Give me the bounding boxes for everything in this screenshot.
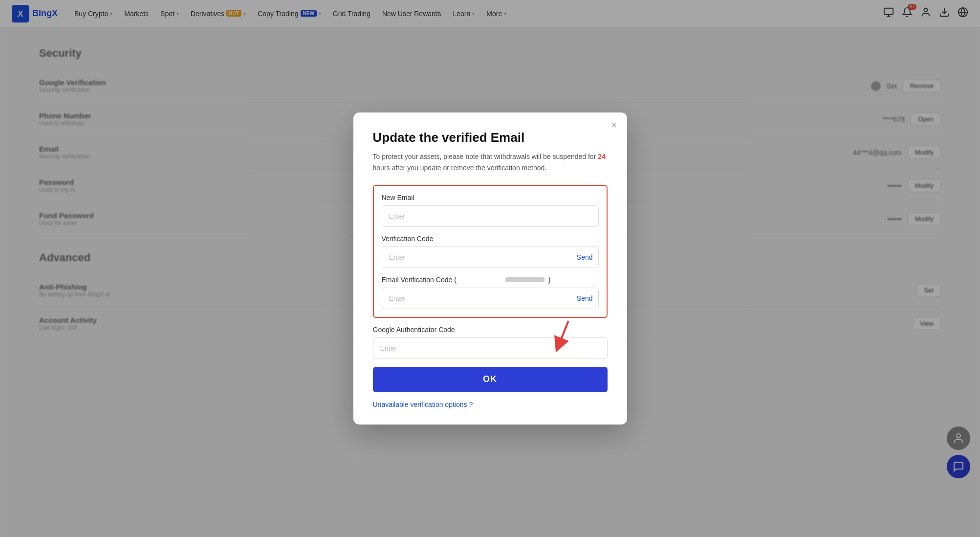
email-verification-code-input[interactable] [382,288,599,309]
modal-overlay: × Update the verified Email To protect y… [0,0,980,537]
svg-line-10 [559,321,568,345]
modal-close-button[interactable]: × [611,120,617,130]
unavailable-verification-link[interactable]: Unavailable verification options ? [373,401,473,408]
verification-code-input-wrapper: Send [382,246,599,268]
new-email-input-wrapper [382,205,599,227]
email-verification-code-field-group: Email Verification Code ( — — — — ) Send [382,276,599,309]
red-outline-section: New Email Verification Code Send Email V… [373,185,608,318]
update-email-modal: × Update the verified Email To protect y… [353,112,627,425]
new-email-label: New Email [382,194,599,201]
ok-button[interactable]: OK [373,367,608,392]
modal-title: Update the verified Email [373,130,608,145]
google-auth-field-group: Google Authenticator Code [373,326,608,359]
red-arrow-indicator [544,316,578,355]
verification-code-field-group: Verification Code Send [382,235,599,268]
verification-code-input[interactable] [382,246,599,268]
email-verification-label-row: Email Verification Code ( — — — — ) [382,276,599,284]
blur-bar [505,277,544,282]
new-email-input[interactable] [382,205,599,227]
modal-description: To protect your assets, please note that… [373,151,608,173]
verification-code-send-button[interactable]: Send [577,253,593,261]
email-verify-label-close: ) [548,276,551,284]
new-email-field-group: New Email [382,194,599,227]
masked-email-value: — — — — [460,276,501,283]
email-verification-label: Email Verification Code ( [382,276,457,284]
email-verification-input-wrapper: Send [382,288,599,309]
email-verification-send-button[interactable]: Send [577,294,593,302]
verification-code-label: Verification Code [382,235,599,243]
